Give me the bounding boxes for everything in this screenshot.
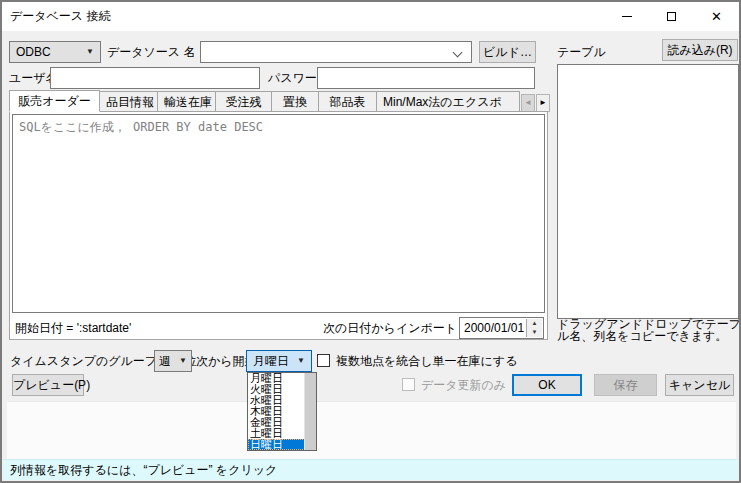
tab-substitution[interactable]: 置換 xyxy=(272,91,319,112)
weekday-option-sunday[interactable]: 日曜日 xyxy=(248,439,305,450)
tables-listbox[interactable] xyxy=(557,64,739,319)
tab-scroll-right-button[interactable]: ► xyxy=(536,94,550,112)
tab-item-info[interactable]: 品目情報 xyxy=(100,91,158,112)
tab-backorders[interactable]: 受注残 xyxy=(216,91,272,112)
weekday-combo-value: 月曜日 xyxy=(253,353,289,370)
source-type-value: ODBC xyxy=(16,45,51,59)
import-date-field[interactable]: 2000/01/01 ▲ ▼ xyxy=(459,317,544,339)
sql-placeholder: SQLをここに作成， ORDER BY date DESC xyxy=(19,119,263,136)
build-button[interactable]: ビルド… xyxy=(479,41,536,63)
datasource-label: データソース 名 xyxy=(107,41,195,63)
startdate-label: 開始日付 = ':startdate' xyxy=(15,317,131,339)
maximize-button[interactable] xyxy=(649,2,694,31)
save-button[interactable]: 保存 xyxy=(594,374,657,396)
data-update-only-checkbox[interactable] xyxy=(402,378,415,391)
sql-tab-page: SQLをここに作成， ORDER BY date DESC 開始日付 = ':s… xyxy=(9,111,548,340)
chevron-down-icon xyxy=(453,48,463,58)
datasource-combo[interactable] xyxy=(200,41,472,63)
grouping-unit-combo[interactable]: 週 ▼ xyxy=(154,350,192,372)
source-type-combo[interactable]: ODBC ▼ xyxy=(9,41,101,63)
sql-editor[interactable]: SQLをここに作成， ORDER BY date DESC xyxy=(12,114,545,313)
data-update-only-label: データ更新のみ xyxy=(421,374,506,396)
grouping-unit-value: 週 xyxy=(159,353,171,370)
username-field[interactable] xyxy=(50,67,260,89)
spinner-down-button[interactable]: ▼ xyxy=(527,328,542,337)
tab-scroll-left-button[interactable]: ◄ xyxy=(521,94,535,112)
chevron-down-icon: ▼ xyxy=(86,48,94,56)
merge-locations-label: 複数地点を統合し単一在庫にする xyxy=(336,350,517,372)
preview-button[interactable]: プレビュー(P) xyxy=(12,374,84,396)
tab-bom[interactable]: 部品表 xyxy=(319,91,377,112)
chevron-down-icon: ▼ xyxy=(297,357,305,365)
window-controls: ✕ xyxy=(604,2,739,31)
arrow-right-icon: ► xyxy=(539,98,547,107)
date-spinner: ▲ ▼ xyxy=(526,319,542,337)
status-message: 列情報を取得するには、“プレビュー” をクリック xyxy=(10,463,277,477)
tab-strip: 販売オーダー 品目情報 輸送在庫 受注残 置換 部品表 Min/Max法のエクス… xyxy=(9,90,550,112)
dropdown-scrollbar[interactable] xyxy=(304,373,316,450)
merge-locations-checkbox[interactable] xyxy=(317,354,330,367)
spinner-up-button[interactable]: ▲ xyxy=(527,319,542,328)
ok-button[interactable]: OK xyxy=(512,374,582,396)
close-button[interactable]: ✕ xyxy=(694,2,739,31)
tab-minmax-export[interactable]: Min/Max法のエクスポ xyxy=(377,91,520,112)
import-date-value: 2000/01/01 xyxy=(464,318,524,338)
minimize-icon xyxy=(622,16,632,17)
weekday-combo[interactable]: 月曜日 ▼ xyxy=(246,350,312,372)
database-connection-dialog: データベース 接続 ✕ ODBC ▼ データソース 名 ビルド… テーブル 読み… xyxy=(0,0,741,483)
load-tables-button[interactable]: 読み込み(R) xyxy=(662,39,738,61)
tables-label: テーブル xyxy=(557,41,606,63)
chevron-down-icon: ▼ xyxy=(179,357,187,365)
weekday-dropdown-list: 月曜日 火曜日 水曜日 木曜日 金曜日 土曜日 日曜日 xyxy=(247,372,317,451)
tab-sales-orders[interactable]: 販売オーダー xyxy=(9,90,100,112)
tab-transport-stock[interactable]: 輸送在庫 xyxy=(158,91,216,112)
close-icon: ✕ xyxy=(711,10,722,23)
tables-hint-text: ドラッグアンドドロップでテーブル名、列名をコピーできます。 xyxy=(557,318,741,342)
maximize-icon xyxy=(667,12,676,21)
title-bar: データベース 接続 ✕ xyxy=(2,2,739,31)
password-field[interactable] xyxy=(317,67,535,89)
bottom-panel xyxy=(7,401,736,460)
arrow-left-icon: ◄ xyxy=(524,98,532,107)
status-bar: 列情報を取得するには、“プレビュー” をクリック xyxy=(3,459,738,480)
import-after-date-label: 次の日付からインポート xyxy=(323,317,457,339)
minimize-button[interactable] xyxy=(604,2,649,31)
window-title: データベース 接続 xyxy=(10,2,110,31)
cancel-button[interactable]: キャンセル xyxy=(665,374,734,396)
